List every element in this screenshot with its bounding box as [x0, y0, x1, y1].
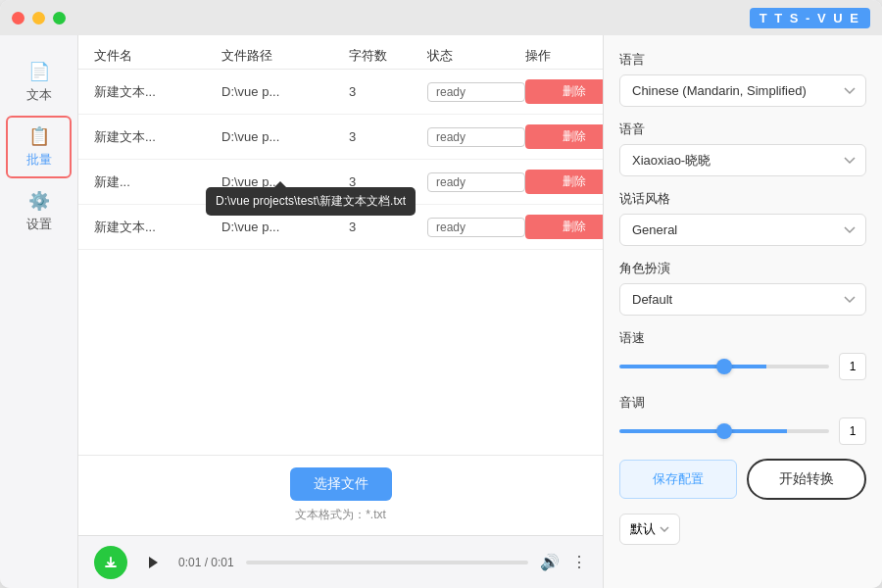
file-actions: 选择文件 文本格式为：*.txt — [78, 455, 603, 535]
cell-filename-2: 新建... — [94, 173, 221, 191]
pitch-slider-container: 1 — [619, 417, 866, 445]
batch-icon: 📋 — [28, 125, 50, 147]
style-select[interactable]: General — [619, 214, 866, 246]
default-label: 默认 — [630, 520, 656, 538]
save-config-button[interactable]: 保存配置 — [619, 460, 737, 499]
speed-value: 1 — [839, 353, 866, 380]
delete-button-3[interactable]: 删除 — [525, 215, 603, 239]
cell-filename-3: 新建文本... — [94, 219, 221, 236]
default-dropdown[interactable]: 默认 — [619, 514, 680, 545]
play-button[interactable] — [139, 549, 167, 576]
delete-button-0[interactable]: 删除 — [525, 79, 603, 104]
col-action: 操作 — [525, 47, 603, 65]
right-panel: 语言 Chinese (Mandarin, Simplified) 语音 Xia… — [603, 35, 882, 588]
status-badge-0: ready — [427, 82, 525, 102]
role-select[interactable]: Default — [619, 283, 866, 316]
speed-section: 语速 1 — [619, 329, 866, 380]
main-content: 📄 文本 📋 批量 ⚙️ 设置 文件名 文件路径 字符数 状态 — [0, 35, 882, 588]
pitch-value: 1 — [839, 417, 866, 445]
text-icon: 📄 — [28, 61, 50, 82]
voice-label: 语音 — [619, 121, 866, 138]
sidebar-item-text[interactable]: 📄 文本 — [0, 51, 77, 114]
sidebar: 📄 文本 📋 批量 ⚙️ 设置 — [0, 35, 78, 588]
progress-bar[interactable] — [246, 561, 528, 564]
pitch-label: 音调 — [619, 394, 866, 412]
language-select[interactable]: Chinese (Mandarin, Simplified) — [619, 74, 866, 107]
sidebar-item-settings-label: 设置 — [26, 216, 52, 233]
time-display: 0:01 / 0:01 — [178, 556, 234, 569]
col-filename: 文件名 — [94, 47, 221, 65]
col-path: 文件路径 — [221, 47, 349, 65]
sidebar-item-text-label: 文本 — [26, 86, 52, 104]
speed-slider-container: 1 — [619, 353, 866, 380]
table-row: 新建... D:\vue p... D:\vue projects\test\新… — [78, 160, 603, 205]
select-file-button[interactable]: 选择文件 — [290, 467, 392, 501]
status-badge-1: ready — [427, 127, 525, 147]
center-panel: 文件名 文件路径 字符数 状态 操作 新建文本... D:\vue p... 3… — [78, 35, 603, 588]
voice-select[interactable]: Xiaoxiao-晓晓 — [619, 144, 866, 176]
language-label: 语言 — [619, 51, 866, 69]
file-table: 文件名 文件路径 字符数 状态 操作 新建文本... D:\vue p... 3… — [78, 35, 603, 455]
table-header: 文件名 文件路径 字符数 状态 操作 — [78, 43, 603, 70]
cell-path-0: D:\vue p... — [221, 84, 349, 99]
volume-icon[interactable]: 🔊 — [540, 553, 560, 571]
cell-filename-0: 新建文本... — [94, 83, 221, 101]
col-chars: 字符数 — [349, 47, 427, 65]
action-buttons: 保存配置 开始转换 — [619, 459, 866, 500]
sidebar-item-batch[interactable]: 📋 批量 — [6, 116, 72, 178]
close-button[interactable] — [12, 12, 24, 24]
app-window: T T S - V U E 📄 文本 📋 批量 ⚙️ 设置 文件名 — [0, 0, 882, 588]
cell-path-1: D:\vue p... — [221, 129, 349, 144]
language-section: 语言 Chinese (Mandarin, Simplified) — [619, 51, 866, 107]
voice-section: 语音 Xiaoxiao-晓晓 — [619, 121, 866, 176]
speed-slider[interactable] — [619, 365, 829, 368]
audio-bar: 0:01 / 0:01 🔊 ⋮ — [78, 535, 603, 588]
app-title: T T S - V U E — [750, 8, 870, 28]
cell-chars-3: 3 — [349, 220, 427, 234]
more-icon[interactable]: ⋮ — [571, 553, 587, 571]
file-format-text: 文本格式为：*.txt — [295, 507, 386, 523]
cell-chars-1: 3 — [349, 129, 427, 144]
role-section: 角色扮演 Default — [619, 260, 866, 316]
delete-button-1[interactable]: 删除 — [525, 124, 603, 149]
maximize-button[interactable] — [53, 12, 66, 24]
cell-filename-1: 新建文本... — [94, 128, 221, 146]
sidebar-item-settings[interactable]: ⚙️ 设置 — [0, 180, 77, 243]
cell-chars-0: 3 — [349, 84, 427, 99]
title-bar: T T S - V U E — [0, 0, 882, 35]
pitch-slider[interactable] — [619, 429, 829, 433]
settings-icon: ⚙️ — [28, 190, 50, 212]
sidebar-item-batch-label: 批量 — [26, 151, 52, 169]
style-section: 说话风格 General — [619, 190, 866, 246]
download-button[interactable] — [94, 546, 127, 579]
style-label: 说话风格 — [619, 190, 866, 208]
status-badge-2: ready — [427, 172, 525, 192]
window-controls — [12, 12, 66, 24]
table-row: 新建文本... D:\vue p... 3 ready 删除 — [78, 115, 603, 160]
table-row: 新建文本... D:\vue p... 3 ready 删除 — [78, 70, 603, 115]
col-status: 状态 — [427, 47, 525, 65]
delete-button-2[interactable]: 删除 — [525, 170, 603, 194]
pitch-section: 音调 1 — [619, 394, 866, 445]
start-convert-button[interactable]: 开始转换 — [747, 459, 866, 500]
minimize-button[interactable] — [32, 12, 45, 24]
cell-path-3: D:\vue p... — [221, 220, 349, 234]
path-tooltip: D:\vue projects\test\新建文本文档.txt — [206, 187, 416, 216]
speed-label: 语速 — [619, 329, 866, 347]
status-badge-3: ready — [427, 218, 525, 237]
role-label: 角色扮演 — [619, 260, 866, 277]
